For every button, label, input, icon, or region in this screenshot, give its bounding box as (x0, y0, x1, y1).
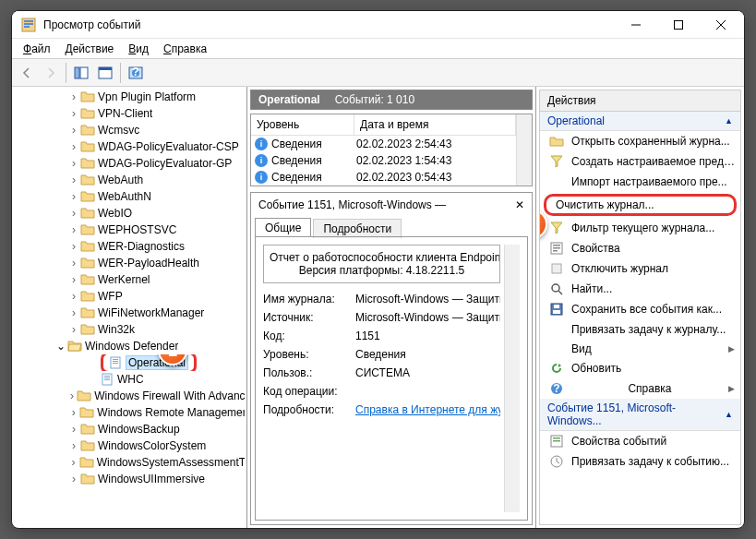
tree-item-operational[interactable]: Operational1 (14, 354, 245, 371)
field-val: СИСТЕМА (355, 366, 500, 379)
action-filter-log[interactable]: Фильтр текущего журнала... (540, 218, 740, 238)
close-icon[interactable]: ✕ (515, 198, 524, 211)
actions-section-event[interactable]: Событие 1151, Microsoft-Windows...▲ (540, 399, 740, 431)
svg-rect-17 (113, 361, 118, 362)
col-level[interactable]: Уровень (251, 114, 354, 135)
tree-label: Wcmsvc (98, 124, 139, 137)
info-icon: i (255, 171, 268, 184)
chevron-right-icon: › (67, 190, 80, 203)
tree-label: WebAuthN (98, 190, 151, 203)
action-attach-task[interactable]: Привязать задачу к журналу... (540, 319, 740, 340)
minimize-button[interactable] (615, 11, 657, 39)
chevron-right-icon: › (67, 456, 79, 469)
action-event-attach-task[interactable]: Привязать задачу к событию... (540, 451, 740, 472)
tree-item[interactable]: ›Windows Remote Management (14, 404, 245, 421)
action-save-events[interactable]: Сохранить все события как... (540, 299, 740, 319)
tree-item[interactable]: ›WFP (14, 288, 245, 305)
tree-item[interactable]: ›Wcmsvc (14, 122, 245, 138)
tree-item[interactable]: ›WebAuth (14, 172, 245, 188)
tree-item[interactable]: ›Win32k (14, 321, 245, 338)
event-level: Сведения (271, 171, 356, 184)
detail-tabs: Общие Подробности (251, 217, 532, 236)
tree-item[interactable]: ›VPN-Client (14, 105, 245, 122)
field-key: Пользов.: (263, 366, 355, 379)
tree-item-windows-defender[interactable]: ⌄Windows Defender (14, 338, 245, 354)
tab-general[interactable]: Общие (255, 218, 311, 237)
event-scrollbar[interactable] (516, 114, 532, 186)
action-create-custom-view[interactable]: Создать настраиваемое предс... (540, 151, 740, 172)
maximize-button[interactable] (657, 11, 700, 39)
tool-properties[interactable] (94, 62, 116, 84)
menu-help[interactable]: Справка (158, 41, 212, 57)
tree-item[interactable]: ›WindowsSystemAssessmentTool (14, 454, 245, 471)
tree-item[interactable]: ›WerKernel (14, 271, 245, 288)
window-controls (615, 11, 742, 39)
action-disable-log[interactable]: Отключить журнал (540, 258, 740, 279)
refresh-icon (549, 361, 564, 376)
action-event-properties[interactable]: Свойства событий (540, 431, 740, 451)
tree-label: WindowsColorSystem (98, 439, 206, 452)
tree-panel[interactable]: ›Vpn Plugin Platform›VPN-Client›Wcmsvc›W… (12, 87, 247, 528)
close-button[interactable] (700, 11, 742, 39)
svg-point-28 (552, 284, 559, 292)
svg-rect-8 (75, 67, 79, 78)
svg-rect-27 (552, 264, 561, 273)
event-columns: Уровень Дата и время (251, 114, 516, 136)
chevron-right-icon: › (67, 473, 80, 485)
tree-label: WerKernel (98, 273, 150, 286)
action-find[interactable]: Найти... (540, 279, 740, 299)
action-open-saved-log[interactable]: Открыть сохраненный журна... (540, 131, 740, 151)
info-icon: i (255, 138, 268, 150)
action-view-submenu[interactable]: Вид▶ (540, 340, 740, 358)
menu-view[interactable]: Вид (123, 41, 154, 57)
tree-item[interactable]: ›WindowsBackup (14, 421, 245, 437)
tree-item[interactable]: ›WER-Diagnostics (14, 238, 245, 255)
collapse-icon: ▲ (725, 116, 733, 126)
event-row[interactable]: iСведения02.02.2023 1:54:43 (251, 152, 516, 169)
tree-item[interactable]: ›WiFiNetworkManager (14, 305, 245, 321)
folder-icon (80, 240, 95, 253)
menu-file[interactable]: Файл (18, 41, 56, 57)
col-date[interactable]: Дата и время (354, 114, 516, 135)
tree-item[interactable]: ›WER-PayloadHealth (14, 255, 245, 271)
forward-button[interactable] (40, 62, 62, 84)
tree-item[interactable]: ›Vpn Plugin Platform (14, 89, 245, 105)
tree-item[interactable]: ›WindowsUIImmersive (14, 471, 245, 487)
desc-line: Отчет о работоспособности клиента Endpoi… (270, 251, 494, 264)
field-key: Уровень: (263, 348, 355, 361)
tool-show-tree[interactable] (70, 62, 92, 84)
chevron-right-icon: › (67, 257, 80, 270)
tree-label: WDAG-PolicyEvaluator-GP (98, 157, 232, 170)
tree-item[interactable]: ›WindowsColorSystem (14, 437, 245, 454)
toolbar-separator (120, 63, 121, 83)
tab-details[interactable]: Подробности (313, 219, 402, 238)
tree-item[interactable]: ›WEPHOSTSVC (14, 222, 245, 238)
event-row[interactable]: iСведения02.02.2023 2:54:43 (251, 136, 516, 152)
folder-icon (80, 124, 95, 137)
toolbar: ? (12, 59, 744, 87)
action-help-submenu[interactable]: ?Справка▶ (540, 378, 740, 399)
folder-icon (80, 473, 95, 485)
tree-item[interactable]: ›WDAG-PolicyEvaluator-CSP (14, 138, 245, 155)
tree-item[interactable]: ›WebAuthN (14, 188, 245, 205)
actions-section-operational[interactable]: Operational▲ (540, 112, 740, 131)
action-import-custom-view[interactable]: Импорт настраиваемого пре... (540, 172, 740, 192)
menu-action[interactable]: Действие (60, 41, 120, 57)
chevron-right-icon: › (67, 323, 80, 336)
field-val: Microsoft-Windows — Защитник (355, 311, 500, 324)
event-row[interactable]: iСведения02.02.2023 0:54:43 (251, 169, 516, 186)
action-properties[interactable]: Свойства (540, 238, 740, 258)
tree-item-whc[interactable]: WHC (14, 371, 245, 388)
save-icon (549, 302, 564, 317)
detail-scrollbar[interactable] (504, 245, 520, 512)
action-refresh[interactable]: Обновить (540, 358, 740, 378)
back-button[interactable] (16, 62, 38, 84)
tree-item[interactable]: ›WDAG-PolicyEvaluator-GP (14, 155, 245, 172)
chevron-right-icon: › (67, 124, 80, 137)
tool-help[interactable]: ? (125, 62, 147, 84)
tree-item[interactable]: ›WebIO (14, 205, 245, 222)
action-clear-log[interactable]: Очистить журнал... (544, 194, 737, 216)
field-val (355, 385, 500, 398)
help-link[interactable]: Справка в Интернете для журнала (355, 403, 500, 416)
tree-item[interactable]: ›Windows Firewall With Advanced Security (14, 388, 245, 404)
